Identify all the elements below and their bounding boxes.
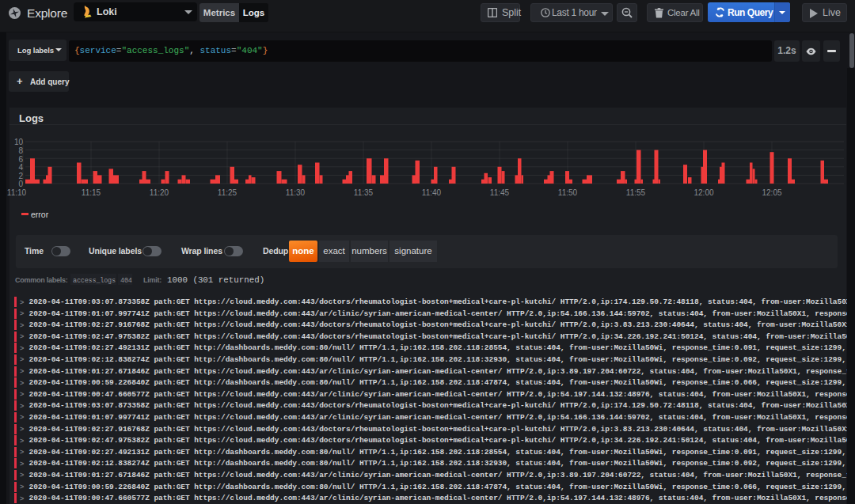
svg-text:12:05: 12:05 bbox=[762, 188, 781, 197]
svg-text:11:25: 11:25 bbox=[218, 188, 238, 197]
svg-text:11:50: 11:50 bbox=[558, 188, 578, 197]
svg-text:11:35: 11:35 bbox=[354, 188, 374, 197]
svg-text:12:00: 12:00 bbox=[694, 188, 713, 197]
svg-text:11:45: 11:45 bbox=[490, 188, 510, 197]
svg-text:11:15: 11:15 bbox=[82, 188, 101, 197]
svg-text:11:10: 11:10 bbox=[7, 188, 27, 197]
svg-text:11:55: 11:55 bbox=[626, 188, 646, 197]
svg-text:11:40: 11:40 bbox=[422, 188, 442, 197]
svg-text:11:30: 11:30 bbox=[286, 188, 306, 197]
svg-text:11:20: 11:20 bbox=[150, 188, 169, 197]
svg-text:10: 10 bbox=[14, 138, 24, 146]
